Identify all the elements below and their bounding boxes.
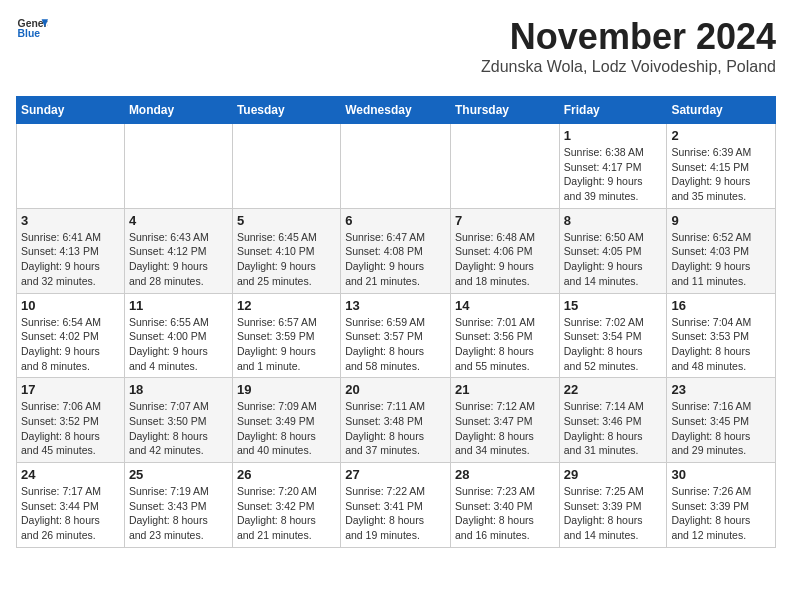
day-number: 2 — [671, 128, 771, 143]
weekday-header-cell: Wednesday — [341, 97, 451, 124]
day-number: 8 — [564, 213, 663, 228]
calendar-cell: 6Sunrise: 6:47 AMSunset: 4:08 PMDaylight… — [341, 208, 451, 293]
day-info: Sunrise: 6:50 AMSunset: 4:05 PMDaylight:… — [564, 230, 663, 289]
day-number: 29 — [564, 467, 663, 482]
day-info: Sunrise: 6:39 AMSunset: 4:15 PMDaylight:… — [671, 145, 771, 204]
calendar-cell: 7Sunrise: 6:48 AMSunset: 4:06 PMDaylight… — [450, 208, 559, 293]
logo-icon: General Blue — [16, 16, 48, 40]
day-number: 23 — [671, 382, 771, 397]
day-info: Sunrise: 7:20 AMSunset: 3:42 PMDaylight:… — [237, 484, 336, 543]
weekday-header-cell: Saturday — [667, 97, 776, 124]
calendar-cell: 24Sunrise: 7:17 AMSunset: 3:44 PMDayligh… — [17, 463, 125, 548]
calendar-cell: 20Sunrise: 7:11 AMSunset: 3:48 PMDayligh… — [341, 378, 451, 463]
calendar-cell: 19Sunrise: 7:09 AMSunset: 3:49 PMDayligh… — [232, 378, 340, 463]
day-number: 18 — [129, 382, 228, 397]
calendar-cell: 16Sunrise: 7:04 AMSunset: 3:53 PMDayligh… — [667, 293, 776, 378]
day-number: 24 — [21, 467, 120, 482]
calendar-cell: 5Sunrise: 6:45 AMSunset: 4:10 PMDaylight… — [232, 208, 340, 293]
day-number: 16 — [671, 298, 771, 313]
day-info: Sunrise: 7:26 AMSunset: 3:39 PMDaylight:… — [671, 484, 771, 543]
calendar-week-row: 3Sunrise: 6:41 AMSunset: 4:13 PMDaylight… — [17, 208, 776, 293]
day-info: Sunrise: 7:16 AMSunset: 3:45 PMDaylight:… — [671, 399, 771, 458]
logo: General Blue — [16, 16, 52, 40]
day-info: Sunrise: 7:23 AMSunset: 3:40 PMDaylight:… — [455, 484, 555, 543]
day-info: Sunrise: 7:19 AMSunset: 3:43 PMDaylight:… — [129, 484, 228, 543]
calendar-cell: 8Sunrise: 6:50 AMSunset: 4:05 PMDaylight… — [559, 208, 667, 293]
day-number: 10 — [21, 298, 120, 313]
day-info: Sunrise: 7:07 AMSunset: 3:50 PMDaylight:… — [129, 399, 228, 458]
location-title: Zdunska Wola, Lodz Voivodeship, Poland — [481, 58, 776, 76]
weekday-header-row: SundayMondayTuesdayWednesdayThursdayFrid… — [17, 97, 776, 124]
weekday-header-cell: Tuesday — [232, 97, 340, 124]
day-info: Sunrise: 7:22 AMSunset: 3:41 PMDaylight:… — [345, 484, 446, 543]
calendar-cell: 2Sunrise: 6:39 AMSunset: 4:15 PMDaylight… — [667, 124, 776, 209]
day-number: 9 — [671, 213, 771, 228]
calendar-cell: 30Sunrise: 7:26 AMSunset: 3:39 PMDayligh… — [667, 463, 776, 548]
title-section: November 2024 Zdunska Wola, Lodz Voivode… — [481, 16, 776, 84]
day-info: Sunrise: 7:14 AMSunset: 3:46 PMDaylight:… — [564, 399, 663, 458]
calendar-week-row: 1Sunrise: 6:38 AMSunset: 4:17 PMDaylight… — [17, 124, 776, 209]
calendar-cell: 18Sunrise: 7:07 AMSunset: 3:50 PMDayligh… — [124, 378, 232, 463]
calendar-cell — [124, 124, 232, 209]
day-info: Sunrise: 6:38 AMSunset: 4:17 PMDaylight:… — [564, 145, 663, 204]
calendar-week-row: 17Sunrise: 7:06 AMSunset: 3:52 PMDayligh… — [17, 378, 776, 463]
calendar-cell: 28Sunrise: 7:23 AMSunset: 3:40 PMDayligh… — [450, 463, 559, 548]
day-info: Sunrise: 6:47 AMSunset: 4:08 PMDaylight:… — [345, 230, 446, 289]
day-number: 3 — [21, 213, 120, 228]
month-title: November 2024 — [481, 16, 776, 58]
calendar-cell: 3Sunrise: 6:41 AMSunset: 4:13 PMDaylight… — [17, 208, 125, 293]
weekday-header-cell: Thursday — [450, 97, 559, 124]
day-number: 28 — [455, 467, 555, 482]
day-info: Sunrise: 7:01 AMSunset: 3:56 PMDaylight:… — [455, 315, 555, 374]
day-number: 26 — [237, 467, 336, 482]
calendar-week-row: 24Sunrise: 7:17 AMSunset: 3:44 PMDayligh… — [17, 463, 776, 548]
calendar-week-row: 10Sunrise: 6:54 AMSunset: 4:02 PMDayligh… — [17, 293, 776, 378]
day-number: 4 — [129, 213, 228, 228]
day-number: 11 — [129, 298, 228, 313]
calendar-cell: 14Sunrise: 7:01 AMSunset: 3:56 PMDayligh… — [450, 293, 559, 378]
day-info: Sunrise: 6:57 AMSunset: 3:59 PMDaylight:… — [237, 315, 336, 374]
day-info: Sunrise: 6:43 AMSunset: 4:12 PMDaylight:… — [129, 230, 228, 289]
day-number: 14 — [455, 298, 555, 313]
calendar-cell — [341, 124, 451, 209]
day-number: 12 — [237, 298, 336, 313]
day-info: Sunrise: 7:25 AMSunset: 3:39 PMDaylight:… — [564, 484, 663, 543]
calendar-cell: 4Sunrise: 6:43 AMSunset: 4:12 PMDaylight… — [124, 208, 232, 293]
calendar-cell: 29Sunrise: 7:25 AMSunset: 3:39 PMDayligh… — [559, 463, 667, 548]
day-info: Sunrise: 7:02 AMSunset: 3:54 PMDaylight:… — [564, 315, 663, 374]
weekday-header-cell: Monday — [124, 97, 232, 124]
day-info: Sunrise: 6:45 AMSunset: 4:10 PMDaylight:… — [237, 230, 336, 289]
day-info: Sunrise: 7:17 AMSunset: 3:44 PMDaylight:… — [21, 484, 120, 543]
day-number: 15 — [564, 298, 663, 313]
day-number: 19 — [237, 382, 336, 397]
day-info: Sunrise: 7:04 AMSunset: 3:53 PMDaylight:… — [671, 315, 771, 374]
day-info: Sunrise: 6:59 AMSunset: 3:57 PMDaylight:… — [345, 315, 446, 374]
day-number: 25 — [129, 467, 228, 482]
calendar-cell: 26Sunrise: 7:20 AMSunset: 3:42 PMDayligh… — [232, 463, 340, 548]
calendar-cell: 27Sunrise: 7:22 AMSunset: 3:41 PMDayligh… — [341, 463, 451, 548]
calendar-cell: 15Sunrise: 7:02 AMSunset: 3:54 PMDayligh… — [559, 293, 667, 378]
weekday-header-cell: Friday — [559, 97, 667, 124]
day-info: Sunrise: 7:11 AMSunset: 3:48 PMDaylight:… — [345, 399, 446, 458]
day-info: Sunrise: 6:54 AMSunset: 4:02 PMDaylight:… — [21, 315, 120, 374]
calendar-cell: 25Sunrise: 7:19 AMSunset: 3:43 PMDayligh… — [124, 463, 232, 548]
day-number: 20 — [345, 382, 446, 397]
day-info: Sunrise: 7:06 AMSunset: 3:52 PMDaylight:… — [21, 399, 120, 458]
day-info: Sunrise: 6:52 AMSunset: 4:03 PMDaylight:… — [671, 230, 771, 289]
day-info: Sunrise: 6:55 AMSunset: 4:00 PMDaylight:… — [129, 315, 228, 374]
calendar-cell: 11Sunrise: 6:55 AMSunset: 4:00 PMDayligh… — [124, 293, 232, 378]
day-number: 27 — [345, 467, 446, 482]
calendar-cell: 12Sunrise: 6:57 AMSunset: 3:59 PMDayligh… — [232, 293, 340, 378]
day-number: 30 — [671, 467, 771, 482]
calendar-cell: 17Sunrise: 7:06 AMSunset: 3:52 PMDayligh… — [17, 378, 125, 463]
day-number: 6 — [345, 213, 446, 228]
day-number: 1 — [564, 128, 663, 143]
calendar-cell: 1Sunrise: 6:38 AMSunset: 4:17 PMDaylight… — [559, 124, 667, 209]
day-number: 22 — [564, 382, 663, 397]
calendar-cell: 23Sunrise: 7:16 AMSunset: 3:45 PMDayligh… — [667, 378, 776, 463]
day-info: Sunrise: 6:48 AMSunset: 4:06 PMDaylight:… — [455, 230, 555, 289]
day-info: Sunrise: 7:09 AMSunset: 3:49 PMDaylight:… — [237, 399, 336, 458]
calendar-cell — [17, 124, 125, 209]
svg-text:Blue: Blue — [18, 28, 41, 39]
calendar-cell — [232, 124, 340, 209]
